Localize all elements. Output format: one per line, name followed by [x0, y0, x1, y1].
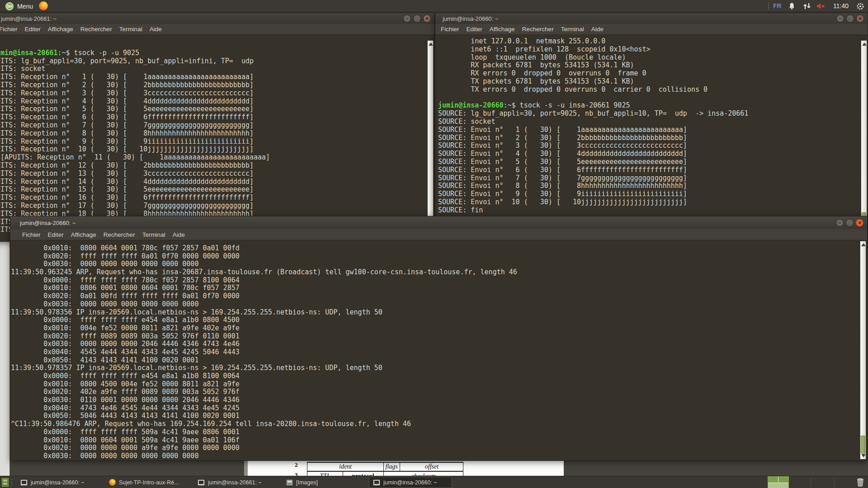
menu-item-terminal[interactable]: Terminal: [116, 26, 146, 33]
show-desktop-pager-icon[interactable]: [2, 478, 9, 487]
window-title: jumin@insa-20660: ~: [20, 220, 75, 226]
terminal-window-receiver[interactable]: jumin@insa-20661: ~ − □ ✕ FichierEditerA…: [0, 13, 435, 242]
terminal-window-sender[interactable]: jumin@insa-20660: ~ − □ ✕ FichierEditerA…: [435, 13, 868, 242]
taskbar-button-1[interactable]: Sujet-TP-Intro-aux-Ré...: [105, 477, 191, 488]
terminal-line: PUITS: Reception n° 15 ( 30) [ 5eeeeeeee…: [0, 186, 434, 194]
close-button[interactable]: ✕: [856, 219, 863, 227]
taskbar-grip-handle[interactable]: [11, 479, 13, 486]
network-updown-icon[interactable]: [803, 2, 811, 10]
terminal-line: 0x0020: ffff ffff ffff 0a01 0f70 0000 00…: [11, 253, 867, 261]
trash-applet-icon[interactable]: [856, 478, 865, 487]
workspace-cell[interactable]: [778, 477, 788, 483]
terminal-line: 0x0030: 0000 0000 0000 0000 0000 0000: [11, 452, 867, 460]
scrollbar[interactable]: [861, 40, 867, 242]
terminal-line: TX errors 0 dropped 0 overruns 0 carrier…: [438, 86, 868, 94]
terminal-line: PUITS: Reception n° 1 ( 30) [ 1aaaaaaaaa…: [0, 73, 434, 81]
terminal-line: PUITS: lg_buf_appli=30, port=9025, nb_bu…: [0, 57, 434, 66]
maximize-button[interactable]: □: [846, 219, 854, 227]
terminal-line: 0x0020: 0000 0000 0000 a9fe a9fe 0000 00…: [11, 444, 867, 452]
terminal-line: inet 127.0.0.1 netmask 255.0.0.0: [438, 38, 868, 46]
image-viewer-icon: [286, 479, 293, 486]
menu-item-editer[interactable]: Editer: [463, 26, 486, 33]
terminal-line: 11:39:50.963245 ARP, Request who-has ins…: [11, 268, 867, 277]
workspace-switcher[interactable]: [768, 476, 789, 488]
maximize-button[interactable]: □: [413, 15, 421, 23]
menu-item-rechercher[interactable]: Rechercher: [519, 26, 557, 33]
titlebar[interactable]: jumin@insa-20660: ~ − □ ✕: [10, 216, 867, 229]
power-gear-icon[interactable]: [856, 2, 864, 10]
terminal-line: [APUITS: Reception n° 11 ( 30) [ 1aaaaaa…: [0, 154, 434, 162]
menu-item-aide[interactable]: Aide: [588, 26, 607, 33]
taskbar-button-label: jumin@insa-20661: ~: [208, 479, 262, 486]
pdf-page-edge: [0, 242, 10, 478]
clock[interactable]: 11:40: [833, 2, 849, 9]
terminal-line: PUITS: Reception n° 7 ( 30) [ 7ggggggggg…: [0, 122, 434, 130]
menu-item-terminal[interactable]: Terminal: [139, 231, 169, 238]
menu-item-rechercher[interactable]: Rechercher: [100, 231, 139, 238]
scrollbar-up-icon[interactable]: [861, 243, 866, 246]
menu-item-aide[interactable]: Aide: [169, 231, 189, 238]
menu-item-editer[interactable]: Editer: [44, 231, 67, 238]
menu-item-editer[interactable]: Editer: [21, 26, 44, 33]
scrollbar-down-icon[interactable]: [861, 454, 866, 457]
scrollbar-up-icon[interactable]: [429, 42, 433, 46]
taskbar-button-2[interactable]: jumin@insa-20661: ~: [193, 477, 271, 488]
menu-item-rechercher[interactable]: Rechercher: [77, 26, 116, 33]
scrollbar[interactable]: [427, 40, 434, 242]
terminal-output: 0x0010: 0800 0604 0001 780c f057 2857 0a…: [10, 240, 867, 460]
terminal-line: 0x0030: 0000 0000 0000 2046 4446 4346 47…: [11, 340, 867, 348]
menu-item-terminal[interactable]: Terminal: [557, 26, 588, 33]
doc-cell-ident: ident: [307, 463, 383, 470]
titlebar[interactable]: jumin@insa-20660: ~ − □ ✕: [435, 13, 868, 24]
menu-item-affichage[interactable]: Affichage: [67, 231, 100, 238]
maximize-button[interactable]: □: [846, 15, 854, 23]
taskbar-button-4[interactable]: jumin@insa-20660: ~: [369, 477, 452, 488]
taskbar-button-label: [Images]: [296, 479, 318, 486]
close-button[interactable]: ✕: [423, 15, 431, 23]
terminal-line: 0x0000: ffff ffff ffff e454 e8a1 a1b0 08…: [11, 316, 867, 324]
terminal-line: SOURCE: Envoi n° 10 ( 30) [ 10jjjjjjjjjj…: [438, 198, 868, 206]
workspace-cell-active[interactable]: [768, 483, 788, 488]
terminal-line: SOURCE: Envoi n° 3 ( 30) [ 3cccccccccccc…: [438, 142, 868, 150]
terminal-line: 0x0000: ffff ffff ffff e454 e8a1 a1b0 81…: [11, 372, 867, 380]
menu-item-affichage[interactable]: Affichage: [44, 26, 77, 33]
terminal-line: 0x0050: 4143 4143 4141 4100 0020 0001: [11, 357, 867, 365]
terminal-line: SOURCE: Envoi n° 1 ( 30) [ 1aaaaaaaaaaaa…: [438, 126, 868, 134]
terminal-line: SOURCE: lg_buf_appli=30, port=9025, nb_b…: [438, 110, 868, 118]
terminal-line: 0x0010: 0800 0604 0001 509a 4c41 9aee 0a…: [11, 436, 867, 445]
minimize-button[interactable]: −: [836, 15, 844, 23]
menu-button[interactable]: lm Menu: [3, 1, 36, 11]
scrollbar-thumb[interactable]: [861, 436, 865, 454]
close-button[interactable]: ✕: [856, 15, 864, 23]
terminal-window-tcpdump[interactable]: jumin@insa-20660: ~ − □ ✕ FichierEditerA…: [10, 216, 868, 461]
menu-item-affichage[interactable]: Affichage: [486, 26, 519, 33]
terminal-line: SOURCE: socket: [438, 118, 868, 126]
terminal-line: 0x0000: ffff ffff ffff 509a 4c41 9aee 08…: [11, 428, 867, 436]
titlebar[interactable]: jumin@insa-20661: ~ − □ ✕: [0, 13, 434, 24]
minimize-button[interactable]: −: [836, 219, 844, 227]
terminal-line: 11:39:50.978357 IP insa-20569.local.netb…: [11, 364, 867, 372]
terminal-line: jumin@insa-20660:~$ tsock -s -u insa-206…: [438, 102, 868, 110]
scrollbar[interactable]: [860, 241, 866, 460]
scrollbar-up-icon[interactable]: [862, 42, 867, 46]
terminal-line: [0, 41, 434, 49]
menu-item-fichier[interactable]: Fichier: [0, 26, 21, 33]
taskbar-button-3[interactable]: [Images]: [282, 477, 323, 488]
minimize-button[interactable]: −: [403, 15, 411, 23]
terminal-icon: [373, 479, 380, 486]
panel-grip-handle[interactable]: [768, 3, 770, 9]
terminal-line: PUITS: Reception n° 16 ( 30) [ 6ffffffff…: [0, 194, 434, 202]
menu-item-fichier[interactable]: Fichier: [437, 26, 463, 33]
terminal-line: 0x0040: 4545 4e44 4344 4343 4e45 4245 50…: [11, 348, 867, 357]
keyboard-layout-indicator[interactable]: FR: [773, 2, 782, 9]
terminal-line: PUITS: Reception n° 9 ( 30) [ 9iiiiiiiii…: [0, 138, 434, 146]
terminal-line: PUITS: Reception n° 5 ( 30) [ 5eeeeeeeee…: [0, 105, 434, 113]
menu-item-fichier[interactable]: Fichier: [19, 231, 44, 238]
volume-muted-icon[interactable]: [816, 2, 826, 10]
terminal-icon: [20, 479, 28, 486]
menu-item-aide[interactable]: Aide: [146, 26, 165, 33]
taskbar-button-0[interactable]: jumin@insa-20660: ~: [16, 477, 99, 488]
firefox-launcher[interactable]: [39, 1, 48, 10]
workspace-cell[interactable]: [768, 477, 778, 483]
notifications-bell-icon[interactable]: [788, 2, 796, 10]
